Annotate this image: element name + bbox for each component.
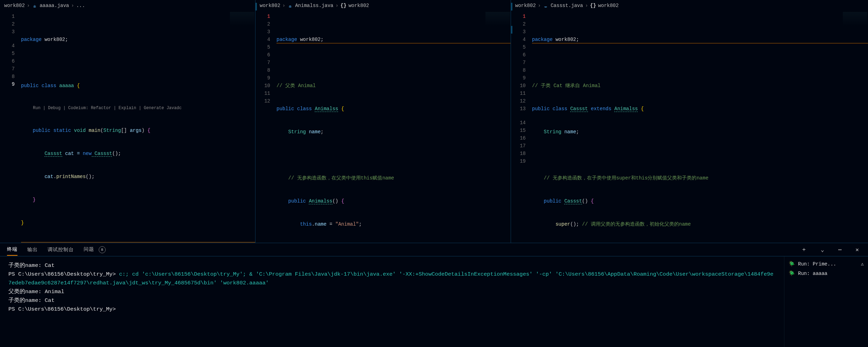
chevron-right-icon: › bbox=[71, 3, 74, 8]
minimap[interactable] bbox=[230, 12, 254, 26]
chevron-right-icon: › bbox=[538, 3, 541, 8]
breadcrumb-file[interactable]: aaaaa.java bbox=[40, 3, 69, 8]
tab-output[interactable]: 输出 bbox=[27, 244, 38, 255]
tab-terminal[interactable]: 终端 bbox=[7, 244, 18, 256]
code-body[interactable]: package work802; // 子类 Cat 继承自 Animal pu… bbox=[532, 11, 868, 243]
chevron-down-icon[interactable]: ⌄ bbox=[819, 246, 826, 253]
terminal-group-item[interactable]: 🪲 Run: aaaaa bbox=[786, 269, 866, 278]
java-icon bbox=[543, 3, 548, 8]
close-icon[interactable]: ✕ bbox=[853, 246, 861, 253]
panel-tabbar: 终端 输出 调试控制台 问题 8 ＋ ⌄ ⋯ ✕ bbox=[0, 243, 868, 256]
breadcrumb-folder[interactable]: work802 bbox=[260, 3, 280, 8]
selection-indicator bbox=[511, 26, 512, 34]
breadcrumb-ns[interactable]: work802 bbox=[349, 3, 369, 8]
breadcrumb-folder[interactable]: work802 bbox=[4, 3, 25, 8]
code-editor[interactable]: 12 3 45 67 8 9 package work802; public c… bbox=[0, 11, 255, 243]
code-body[interactable]: package work802; public class aaaaa { Ru… bbox=[21, 11, 255, 243]
code-editor[interactable]: 12 34 56 78 910 1112 13 1415 1617 1819 p… bbox=[511, 11, 868, 243]
java-icon bbox=[287, 3, 293, 8]
terminal-sidebar: 🪲 Run: Prime... ⚠ 🪲 Run: aaaaa bbox=[784, 256, 868, 347]
java-icon bbox=[32, 3, 37, 8]
code-editor[interactable]: 12 34 56 78 910 1112 package work802; //… bbox=[255, 11, 511, 243]
bottom-panel: 终端 输出 调试控制台 问题 8 ＋ ⌄ ⋯ ✕ 子类的name: CatPS … bbox=[0, 243, 868, 347]
minimap[interactable] bbox=[485, 12, 510, 26]
breadcrumb[interactable]: work802 › Animalss.java › {} work802 bbox=[255, 0, 511, 11]
breadcrumb-file[interactable]: Animalss.java bbox=[295, 3, 333, 8]
chevron-right-icon: › bbox=[585, 3, 588, 8]
tab-problems[interactable]: 问题 8 bbox=[84, 244, 106, 256]
breadcrumb[interactable]: work802 › Cassst.java › {} work802 bbox=[511, 0, 868, 11]
warning-icon: ⚠ bbox=[861, 261, 864, 267]
line-gutter: 12 34 56 78 910 1112 bbox=[255, 11, 276, 243]
bug-icon: 🪲 bbox=[789, 270, 795, 277]
editor-panes: work802 › aaaaa.java › ... 12 3 45 67 8 … bbox=[0, 0, 868, 243]
chevron-right-icon: › bbox=[27, 3, 30, 8]
new-terminal-button[interactable]: ＋ bbox=[799, 246, 809, 253]
codelens[interactable]: Run | Debug | Codeium: Refactor | Explai… bbox=[21, 105, 255, 111]
chevron-right-icon: › bbox=[282, 3, 285, 8]
terminal-wrap: 子类的name: CatPS C:\Users\86156\Desktop\tr… bbox=[0, 256, 868, 347]
editor-pane-2: work802 › Animalss.java › {} work802 12 … bbox=[255, 0, 511, 243]
line-gutter: 12 3 45 67 8 9 bbox=[0, 11, 21, 243]
line-gutter: 12 34 56 78 910 1112 13 1415 1617 1819 bbox=[511, 11, 532, 243]
bug-icon: 🪲 bbox=[789, 261, 795, 267]
minimap[interactable] bbox=[843, 12, 867, 26]
more-icon[interactable]: ⋯ bbox=[836, 246, 844, 253]
workspace: work802 › aaaaa.java › ... 12 3 45 67 8 … bbox=[0, 0, 868, 347]
code-body[interactable]: package work802; // 父类 Animal public cla… bbox=[276, 11, 511, 243]
breadcrumb[interactable]: work802 › aaaaa.java › ... bbox=[0, 0, 255, 11]
editor-pane-1: work802 › aaaaa.java › ... 12 3 45 67 8 … bbox=[0, 0, 255, 243]
chevron-right-icon: › bbox=[335, 3, 338, 8]
terminal[interactable]: 子类的name: CatPS C:\Users\86156\Desktop\tr… bbox=[0, 256, 784, 347]
breadcrumb-file[interactable]: Cassst.java bbox=[551, 3, 583, 8]
namespace-icon: {} bbox=[341, 3, 346, 8]
breadcrumb-folder[interactable]: work802 bbox=[515, 3, 536, 8]
tab-debug-console[interactable]: 调试控制台 bbox=[48, 244, 74, 255]
editor-pane-3: work802 › Cassst.java › {} work802 12 34… bbox=[511, 0, 868, 243]
namespace-icon: {} bbox=[590, 3, 596, 8]
terminal-group-item[interactable]: 🪲 Run: Prime... ⚠ bbox=[786, 259, 866, 269]
breadcrumb-more[interactable]: ... bbox=[76, 3, 85, 8]
breadcrumb-ns[interactable]: work802 bbox=[598, 3, 619, 8]
problems-count-badge: 8 bbox=[99, 246, 106, 253]
